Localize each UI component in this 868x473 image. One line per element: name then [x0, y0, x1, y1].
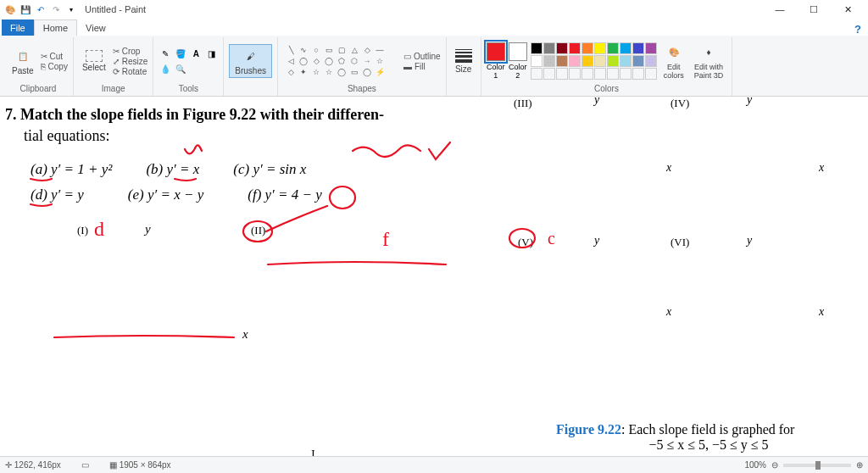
group-image: Select ✂Crop ⤢Resize ⟳Rotate Image	[74, 37, 153, 96]
cut-button[interactable]: ✂Cut	[41, 52, 68, 61]
color2-label: Color 2	[509, 63, 527, 80]
paste-label: Paste	[12, 66, 34, 75]
axis-y-I: y	[145, 222, 151, 236]
maximize-button[interactable]: ☐	[797, 0, 831, 19]
equation-b: (b) y′ = x	[146, 161, 199, 178]
paint3d-icon: ♦	[699, 43, 718, 62]
copy-icon: ⎘	[41, 62, 46, 71]
select-button[interactable]: Select	[79, 48, 109, 74]
size-label: Size	[455, 64, 471, 74]
titlebar: 🎨 💾 ↶ ↷ ▾ Untitled - Paint — ☐ ✕	[0, 0, 868, 19]
slopefield-II: (II)	[268, 236, 454, 431]
paint-canvas[interactable]: 7. Match the slope fields in Figure 9.22…	[5, 100, 863, 456]
group-tools: ✎ 🪣 A ◨ 💧 🔍 Tools	[153, 37, 224, 96]
canvas-area[interactable]: 7. Match the slope fields in Figure 9.22…	[0, 97, 868, 456]
size-button[interactable]: Size	[452, 47, 476, 75]
brushes-label: Brushes	[235, 66, 266, 75]
label-IV: (IV)	[670, 97, 689, 110]
canvas-content: 7. Match the slope fields in Figure 9.22…	[5, 100, 863, 456]
slopefield-I-svg	[52, 236, 238, 431]
label-V: (V)	[518, 236, 533, 249]
label-I: (I)	[77, 224, 88, 237]
color-palette[interactable]	[531, 42, 657, 80]
question-line2: tial equations:	[24, 127, 109, 144]
app-icon: 🎨	[3, 3, 17, 16]
group-colors-label: Colors	[594, 83, 619, 94]
size-icon	[455, 49, 472, 63]
equations-row2: (d) y′ = y (e) y′ = x − y (f) y′ = 4 − y	[31, 186, 505, 203]
group-image-label: Image	[102, 83, 125, 94]
edit-colors-button[interactable]: 🎨 Edit colors	[660, 42, 687, 81]
slopefield-IV: (IV) y x	[683, 100, 815, 231]
slopefield-IV-svg	[683, 100, 815, 231]
color2-button[interactable]: Color 2	[509, 42, 527, 80]
zoom-out-button[interactable]: ⊖	[771, 460, 778, 470]
size-info-icon: ▦	[109, 460, 120, 470]
tab-file[interactable]: File	[2, 19, 34, 36]
fill-tool-icon[interactable]: 🪣	[174, 47, 187, 60]
crop-button[interactable]: ✂Crop	[113, 47, 148, 56]
window-title: Untitled - Paint	[85, 4, 146, 14]
rotate-icon: ⟳	[113, 67, 120, 76]
magnifier-tool-icon[interactable]: 🔍	[174, 62, 187, 75]
close-button[interactable]: ✕	[831, 0, 865, 19]
slopefield-VI-svg	[683, 244, 815, 376]
selection-icon: ▭	[81, 460, 89, 470]
customize-qat-icon[interactable]: ▾	[64, 3, 78, 16]
zoom-in-button[interactable]: ⊕	[856, 460, 863, 470]
paint3d-button[interactable]: ♦ Edit with Paint 3D	[691, 42, 727, 81]
equation-c: (c) y′ = sin x	[233, 161, 306, 178]
brushes-button[interactable]: 🖌 Brushes	[229, 44, 272, 78]
slopefield-I: (I) y x	[52, 236, 238, 431]
shapes-gallery[interactable]: ╲∿○▭▢△◇— ◁◯◇◯⬠⬡→☆ ◇✦☆☆◯▭◯⚡	[283, 43, 400, 79]
status-bar: ✛ 1262, 416px ▭ ▦ 1905 × 864px 100% ⊖ ⊕	[0, 456, 868, 473]
slopefield-III: (III) y x	[531, 100, 662, 231]
figure-caption: Figure 9.22: Each slope field is graphed…	[556, 422, 861, 453]
pencil-tool-icon[interactable]: ✎	[159, 47, 172, 60]
brush-icon: 🖌	[242, 47, 260, 65]
status-cursor: ✛ 1262, 416px	[5, 460, 61, 470]
figure-label: Figure 9.22	[556, 422, 621, 437]
color1-button[interactable]: Color 1	[487, 42, 505, 80]
group-shapes: ╲∿○▭▢△◇— ◁◯◇◯⬠⬡→☆ ◇✦☆☆◯▭◯⚡ ▭Outline ▬Fil…	[278, 37, 447, 96]
group-brushes-label	[249, 83, 252, 94]
equation-f: (f) y′ = 4 − y	[248, 186, 322, 203]
edit-colors-icon: 🎨	[665, 43, 683, 62]
slopefield-VI: (VI) y x	[683, 244, 815, 376]
help-icon[interactable]: ?	[854, 23, 861, 36]
copy-button[interactable]: ⎘Copy	[41, 62, 68, 71]
picker-tool-icon[interactable]: 💧	[159, 62, 172, 75]
eraser-tool-icon[interactable]: ◨	[204, 47, 218, 60]
paste-button[interactable]: 📋 Paste	[8, 45, 37, 77]
slopefield-V: (V) y x	[531, 244, 662, 376]
rotate-button[interactable]: ⟳Rotate	[113, 67, 148, 76]
select-label: Select	[82, 63, 106, 72]
quick-access-toolbar: 🎨 💾 ↶ ↷ ▾	[3, 3, 78, 16]
paste-icon: 📋	[14, 47, 32, 65]
zoom-handle[interactable]	[815, 461, 821, 470]
question-number: 7. Match the slope fields in Figure 9.22…	[5, 106, 384, 123]
axis-x-I: x	[242, 327, 248, 342]
zoom-slider[interactable]	[783, 464, 851, 467]
crop-icon: ✂	[113, 47, 120, 56]
select-icon	[86, 50, 103, 62]
minimize-button[interactable]: —	[763, 0, 797, 19]
color2-swatch	[509, 42, 527, 61]
resize-icon: ⤢	[113, 57, 120, 66]
status-size: ▦ 1905 × 864px	[109, 460, 171, 470]
save-icon[interactable]: 💾	[19, 3, 32, 16]
resize-button[interactable]: ⤢Resize	[113, 57, 148, 66]
redo-icon[interactable]: ↷	[49, 3, 63, 16]
fill-button[interactable]: ▬Fill	[403, 62, 441, 71]
tab-home[interactable]: Home	[34, 19, 77, 36]
tab-view[interactable]: View	[77, 19, 114, 36]
outline-icon: ▭	[403, 52, 411, 61]
slopefield-II-svg	[268, 236, 454, 431]
text-tool-icon[interactable]: A	[189, 47, 203, 60]
label-II: (II)	[251, 224, 265, 237]
menu-row: File Home View ?	[0, 19, 868, 36]
outline-button[interactable]: ▭Outline	[403, 52, 441, 61]
undo-icon[interactable]: ↶	[34, 3, 47, 16]
cut-icon: ✂	[41, 52, 47, 61]
group-brushes: 🖌 Brushes	[224, 37, 278, 96]
